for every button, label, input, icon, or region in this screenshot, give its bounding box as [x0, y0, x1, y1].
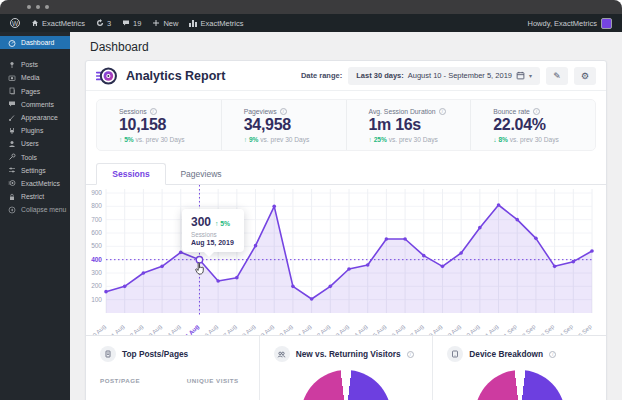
document-icon [100, 346, 116, 362]
user-avatar[interactable] [601, 18, 612, 29]
svg-text:29 Aug: 29 Aug [444, 323, 461, 335]
camera-icon [8, 74, 16, 82]
svg-text:15 Aug: 15 Aug [182, 323, 200, 335]
window-control-dot[interactable] [36, 5, 40, 9]
info-icon[interactable]: i [280, 108, 287, 115]
sessions-line-chart[interactable]: 10020030040050060070080090010 Aug11 Aug1… [86, 185, 598, 335]
svg-text:22 Aug: 22 Aug [314, 323, 331, 335]
sidebar-item-appearance[interactable]: Appearance [0, 111, 70, 124]
site-name: ExactMetrics [42, 19, 85, 28]
info-icon[interactable]: i [549, 351, 556, 358]
wp-logo-menu[interactable]: W [10, 18, 20, 28]
info-icon[interactable]: i [439, 108, 446, 115]
new-content-menu[interactable]: New [152, 19, 178, 28]
sidebar-item-plugins[interactable]: Plugins [0, 124, 70, 137]
wp-admin-sidebar: Dashboard Posts Media Pages Comments App… [0, 32, 70, 400]
brush-icon [8, 114, 16, 122]
date-range-dropdown[interactable]: Last 30 days: August 10 - September 5, 2… [348, 67, 540, 85]
window-control-dot[interactable] [27, 5, 31, 9]
sidebar-item-media[interactable]: Media [0, 71, 70, 84]
tab-pageviews[interactable]: Pageviews [166, 163, 236, 184]
stat-value: 10,158 [119, 116, 221, 134]
exactmetrics-admin-menu[interactable]: ExactMetrics [189, 19, 243, 28]
stat-delta-suffix: vs. prev 30 Days [510, 136, 559, 143]
collapse-icon [8, 206, 16, 214]
chevron-down-icon: ▾ [529, 72, 532, 79]
svg-text:27 Aug: 27 Aug [407, 323, 424, 335]
column-unique-visits: UNIQUE VISITS [187, 377, 239, 384]
stat-delta-suffix: vs. prev 30 Days [136, 136, 185, 143]
stat-label: Avg. Session Duration [369, 108, 436, 115]
svg-text:24 Aug: 24 Aug [351, 323, 368, 335]
info-icon[interactable]: i [407, 351, 414, 358]
sidebar-item-dashboard[interactable]: Dashboard [0, 36, 70, 49]
date-range-preset: Last 30 days: [356, 71, 404, 80]
sidebar-item-users[interactable]: Users [0, 137, 70, 150]
date-range-label: Date range: [301, 71, 342, 80]
tab-sessions[interactable]: Sessions [96, 163, 166, 185]
svg-text:1 Sep: 1 Sep [503, 323, 519, 335]
stat-value: 22.04% [493, 116, 595, 134]
svg-text:25 Aug: 25 Aug [370, 323, 387, 335]
svg-text:18 Aug: 18 Aug [239, 323, 256, 335]
sidebar-item-settings[interactable]: Settings [0, 164, 70, 177]
bottom-widgets: Top Posts/Pages POST/PAGE UNIQUE VISITS … [86, 335, 606, 400]
svg-text:14 Aug: 14 Aug [164, 323, 181, 335]
svg-text:17 Aug: 17 Aug [220, 323, 237, 335]
sidebar-label: Settings [21, 167, 46, 174]
svg-text:500: 500 [91, 242, 102, 249]
wp-admin-bar: W ExactMetrics 3 19 New ExactMetrics How… [0, 14, 622, 32]
svg-text:4 Sep: 4 Sep [559, 323, 575, 335]
widget-title: New vs. Returning Visitors [296, 349, 401, 359]
edit-report-button[interactable]: ✎ [546, 67, 568, 85]
report-settings-button[interactable]: ⚙ [574, 67, 596, 85]
column-post-page: POST/PAGE [100, 377, 140, 384]
info-icon[interactable]: i [150, 108, 157, 115]
svg-text:300: 300 [91, 269, 102, 276]
sidebar-label: Media [21, 74, 40, 81]
sidebar-item-restrict[interactable]: Restrict [0, 190, 70, 203]
svg-text:10 Aug: 10 Aug [89, 323, 106, 335]
sidebar-item-comments[interactable]: Comments [0, 98, 70, 111]
window-control-dot[interactable] [45, 5, 49, 9]
home-icon [31, 19, 39, 27]
svg-text:800: 800 [91, 202, 102, 209]
exactmetrics-logo [96, 65, 118, 87]
svg-text:200: 200 [91, 282, 102, 289]
sidebar-item-tools[interactable]: Tools [0, 151, 70, 164]
svg-text:600: 600 [91, 229, 102, 236]
svg-text:13 Aug: 13 Aug [145, 323, 162, 335]
svg-text:16 Aug: 16 Aug [201, 323, 218, 335]
info-icon[interactable]: i [533, 108, 540, 115]
stat-value: 34,958 [244, 116, 346, 134]
date-range-value: August 10 - September 5, 2019 [408, 71, 512, 80]
sidebar-label: Collapse menu [21, 206, 66, 213]
widget-title: Device Breakdown [469, 349, 543, 359]
sidebar-label: Plugins [21, 127, 43, 134]
comments-menu[interactable]: 19 [122, 19, 141, 28]
updates-menu[interactable]: 3 [96, 19, 111, 28]
sidebar-item-exactmetrics[interactable]: ExactMetrics [0, 177, 70, 190]
browser-window: W ExactMetrics 3 19 New ExactMetrics How… [0, 0, 622, 400]
sidebar-item-posts[interactable]: Posts [0, 58, 70, 71]
sidebar-label: ExactMetrics [21, 180, 60, 187]
pin-icon [8, 61, 16, 69]
pages-icon [8, 87, 16, 95]
howdy-account-menu[interactable]: Howdy, ExactMetrics [528, 19, 597, 28]
comment-icon [122, 19, 130, 27]
sidebar-label: Posts [21, 61, 38, 68]
new-vs-returning-widget: New vs. Returning Visitors i [259, 336, 433, 400]
svg-text:400: 400 [91, 256, 102, 263]
site-menu[interactable]: ExactMetrics [31, 19, 85, 28]
tooltip-series: Sessions [191, 231, 234, 238]
svg-text:11 Aug: 11 Aug [108, 323, 125, 335]
stat-avg-session-duration: Avg. Session Durationi 1m 16s ↑ 25% vs. … [346, 100, 471, 150]
svg-text:23 Aug: 23 Aug [332, 323, 349, 335]
lock-icon [8, 193, 16, 201]
wordpress-icon: W [10, 18, 20, 28]
tooltip-delta: ↑ 5% [215, 220, 230, 227]
sidebar-collapse-menu[interactable]: Collapse menu [0, 203, 70, 216]
sidebar-label: Pages [21, 88, 40, 95]
sidebar-item-pages[interactable]: Pages [0, 85, 70, 98]
sessions-chart-section: 10020030040050060070080090010 Aug11 Aug1… [86, 185, 606, 335]
